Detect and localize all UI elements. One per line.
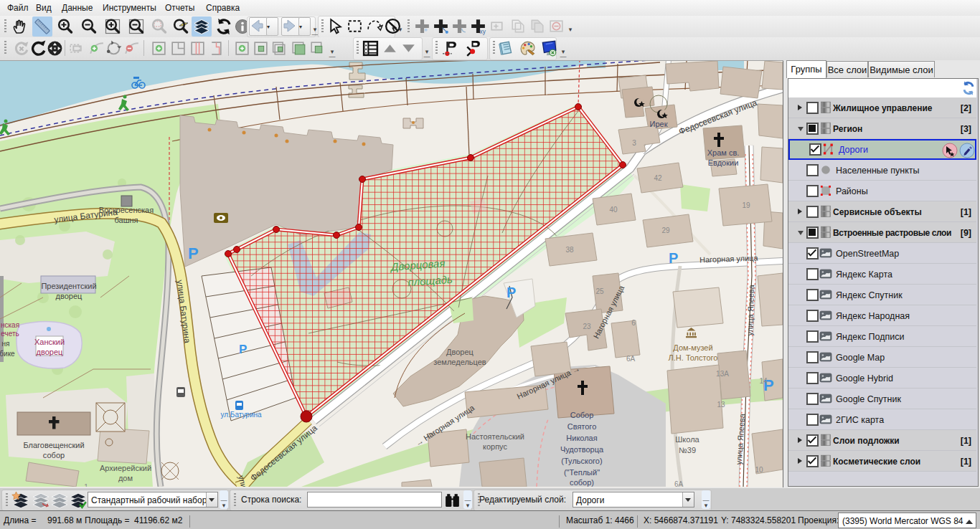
svg-text:нская: нская [1,321,19,329]
svg-text:ечеть: ечеть [1,330,19,338]
svg-text:земледельцев: земледельцев [433,358,486,366]
svg-text:3: 3 [632,139,636,147]
svg-text:корпус: корпус [483,442,508,451]
svg-text:Храм св.: Храм св. [707,148,740,157]
svg-text:собор): собор) [570,478,594,487]
svg-text:P: P [239,343,247,356]
svg-text:Л.Н. Толстого: Л.Н. Толстого [669,353,718,362]
svg-text:улица Япеева: улица Япеева [745,284,756,336]
svg-text:Ханский: Ханский [34,338,65,346]
svg-text:башня: башня [114,216,138,224]
svg-text:6: 6 [631,319,636,327]
svg-text:13A: 13A [716,370,729,378]
svg-text:дворец: дворец [37,348,63,356]
svg-text:№39: №39 [679,446,696,454]
svg-text:Николая: Николая [566,434,597,442]
svg-text:40: 40 [609,206,618,214]
svg-text:25: 25 [595,287,604,295]
svg-text:Настоятельский: Настоятельский [466,432,524,441]
svg-text:Евдокии: Евдокии [708,158,739,167]
svg-text:Ирек: Ирек [650,120,668,128]
svg-text:Святого: Святого [567,422,597,431]
svg-text:Благовещенский: Благовещенский [23,441,84,449]
svg-text:ул.Батурина: ул.Батурина [220,411,262,419]
svg-text:xy: xy [480,28,486,35]
svg-text:(Тульского): (Тульского) [561,457,602,465]
svg-text:42: 42 [654,174,662,182]
svg-text:Архиерейский: Архиерейский [100,464,151,472]
svg-text:("Теплый": ("Теплый" [564,468,600,477]
svg-text:Воскресенская: Воскресенская [99,206,154,214]
svg-text:собор: собор [43,451,65,459]
svg-text:29: 29 [661,227,670,234]
svg-text:6A: 6A [626,355,636,363]
svg-text:1: 1 [84,483,88,487]
svg-text:Дом-музей: Дом-музей [673,343,712,352]
svg-text:10: 10 [755,466,763,474]
svg-text:Дворец: Дворец [446,348,474,356]
svg-text:дворец: дворец [56,292,83,300]
svg-text:P: P [669,250,678,266]
svg-text:дом: дом [118,474,133,482]
svg-text:23: 23 [583,323,591,330]
svg-text:Президентский: Президентский [41,282,96,290]
svg-text:6А: 6А [674,480,684,487]
svg-text:ня: ня [2,340,10,348]
svg-text:14: 14 [759,377,768,385]
svg-text:Школа: Школа [675,435,699,444]
svg-text:Собор: Собор [570,411,594,419]
svg-text:бике: бике [0,350,15,358]
svg-text:P: P [188,244,199,262]
svg-text:13: 13 [717,401,725,409]
svg-text:Чудотворца: Чудотворца [560,445,604,454]
svg-text:38: 38 [565,246,574,254]
svg-text:P: P [507,285,516,300]
svg-text:19: 19 [742,201,750,209]
